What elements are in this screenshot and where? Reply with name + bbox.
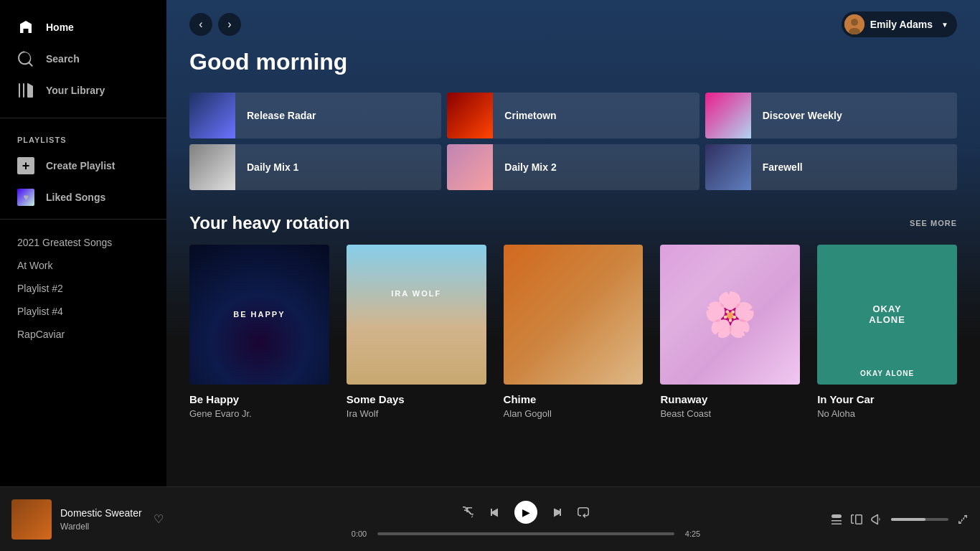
rotation-card-runaway[interactable]: Runaway Beast Coast [660, 245, 800, 419]
user-name: Emily Adams [870, 19, 933, 30]
player-controls: ▶ [463, 501, 589, 524]
forward-button[interactable]: › [218, 13, 241, 36]
user-profile[interactable]: Emily Adams ▼ [842, 11, 957, 37]
playlist-item-1[interactable]: At Work [0, 254, 166, 277]
sidebar-item-library[interactable]: Your Library [0, 75, 166, 106]
queue-button[interactable] [831, 514, 842, 525]
user-avatar [844, 14, 864, 34]
now-playing-bar: Domestic Sweater Wardell ♡ ▶ [0, 486, 980, 551]
like-button[interactable]: ♡ [151, 509, 166, 529]
quick-item-release-radar[interactable]: Release Radar [189, 93, 441, 138]
runaway-subtitle: Beast Coast [660, 408, 800, 419]
be-happy-subtitle: Gene Evaro Jr. [189, 408, 329, 419]
some-days-subtitle: Ira Wolf [347, 408, 486, 419]
release-radar-label: Release Radar [235, 110, 328, 121]
sidebar-divider-2 [0, 219, 166, 220]
daily-mix-2-label: Daily Mix 2 [493, 161, 567, 173]
next-button[interactable] [552, 507, 563, 518]
see-more-button[interactable]: SEE MORE [910, 219, 957, 227]
chime-title: Chime [504, 393, 644, 405]
rotation-grid: BE HAPPY Be Happy Gene Evaro Jr. IRA WOL… [189, 245, 957, 419]
playlists-label: PLAYLISTS [0, 124, 166, 150]
home-icon [17, 19, 34, 36]
now-playing-left: Domestic Sweater Wardell ♡ [11, 499, 227, 540]
volume-slider[interactable] [891, 518, 948, 521]
repeat-button[interactable] [578, 507, 589, 518]
rotation-card-some-days[interactable]: IRA WOLF Some Days Ira Wolf [347, 245, 486, 419]
be-happy-artwork: BE HAPPY [189, 245, 329, 385]
release-radar-thumbnail [189, 93, 235, 138]
some-days-artwork: IRA WOLF [347, 245, 486, 385]
playlist-item-0[interactable]: 2021 Greatest Songs [0, 231, 166, 254]
daily-mix-1-thumbnail [189, 144, 235, 190]
sidebar: Home Search Your Library PL [0, 0, 166, 486]
rotation-card-be-happy[interactable]: BE HAPPY Be Happy Gene Evaro Jr. [189, 245, 329, 419]
progress-track[interactable] [377, 532, 674, 535]
search-icon [17, 50, 34, 67]
content-area: Good morning Release Radar Crimetown [166, 49, 980, 442]
daily-mix-1-label: Daily Mix 1 [235, 161, 310, 173]
now-playing-thumbnail [11, 499, 52, 540]
playlist-item-3[interactable]: Playlist #4 [0, 300, 166, 323]
heart-icon: ♥ [17, 189, 34, 206]
create-playlist-label: Create Playlist [46, 160, 116, 171]
page-title: Good morning [189, 49, 957, 75]
play-button[interactable]: ▶ [514, 501, 537, 524]
liked-songs-button[interactable]: ♥ Liked Songs [0, 182, 166, 213]
sidebar-item-search[interactable]: Search [0, 43, 166, 75]
sidebar-nav: Home Search Your Library [0, 6, 166, 112]
now-playing-info: Domestic Sweater Wardell [60, 507, 142, 532]
dropdown-arrow-icon: ▼ [941, 21, 948, 29]
sidebar-search-label: Search [46, 53, 80, 65]
now-playing-right [825, 514, 969, 525]
quick-item-discover-weekly[interactable]: Discover Weekly [705, 93, 957, 138]
create-playlist-button[interactable]: + Create Playlist [0, 150, 166, 182]
rotation-section-title: Your heavy rotation [189, 213, 350, 233]
previous-button[interactable] [489, 507, 500, 518]
playlist-item-4[interactable]: RapCaviar [0, 323, 166, 346]
nav-buttons: ‹ › [189, 13, 241, 36]
quick-item-crimetown[interactable]: Crimetown [447, 93, 699, 138]
fullscreen-button[interactable] [957, 514, 969, 525]
main-content: ‹ › Emily Adams ▼ Good morning [166, 0, 980, 486]
quick-item-farewell[interactable]: Farewell [705, 144, 957, 190]
sidebar-item-home[interactable]: Home [0, 11, 166, 43]
back-button[interactable]: ‹ [189, 13, 212, 36]
playlist-item-2[interactable]: Playlist #2 [0, 277, 166, 300]
in-your-car-artwork: OKAY ALONE [817, 245, 957, 385]
shuffle-button[interactable] [463, 507, 474, 518]
quick-access-grid: Release Radar Crimetown Discover Weekly [189, 93, 957, 190]
in-your-car-title: In Your Car [817, 393, 957, 405]
liked-songs-label: Liked Songs [46, 192, 105, 203]
crimetown-label: Crimetown [493, 110, 567, 121]
plus-icon: + [17, 157, 34, 174]
now-playing-title: Domestic Sweater [60, 507, 142, 519]
volume-button[interactable] [871, 514, 882, 525]
farewell-thumbnail [705, 144, 751, 190]
discover-weekly-label: Discover Weekly [751, 110, 854, 121]
runaway-artwork [660, 245, 800, 385]
crimetown-thumbnail [447, 93, 493, 138]
current-time: 0:00 [347, 529, 372, 538]
now-playing-artist: Wardell [60, 522, 142, 532]
chime-artwork [504, 245, 644, 385]
sidebar-library-label: Your Library [46, 85, 105, 96]
quick-item-daily-mix-2[interactable]: Daily Mix 2 [447, 144, 699, 190]
svg-point-1 [851, 19, 858, 26]
now-playing-center: ▶ 0:00 4:25 [227, 501, 825, 538]
volume-fill [891, 518, 925, 521]
top-bar: ‹ › Emily Adams ▼ [166, 0, 980, 49]
farewell-label: Farewell [751, 161, 814, 173]
some-days-title: Some Days [347, 393, 486, 405]
daily-mix-2-thumbnail [447, 144, 493, 190]
be-happy-title: Be Happy [189, 393, 329, 405]
runaway-title: Runaway [660, 393, 800, 405]
device-picker-button[interactable] [851, 514, 862, 525]
rotation-card-chime[interactable]: Chime Alan Gogoll [504, 245, 644, 419]
playlist-list: 2021 Greatest Songs At Work Playlist #2 … [0, 225, 166, 352]
chime-subtitle: Alan Gogoll [504, 408, 644, 419]
rotation-card-in-your-car[interactable]: OKAY ALONE In Your Car No Aloha [817, 245, 957, 419]
total-time: 4:25 [680, 529, 705, 538]
quick-item-daily-mix-1[interactable]: Daily Mix 1 [189, 144, 441, 190]
progress-bar[interactable]: 0:00 4:25 [347, 529, 705, 538]
